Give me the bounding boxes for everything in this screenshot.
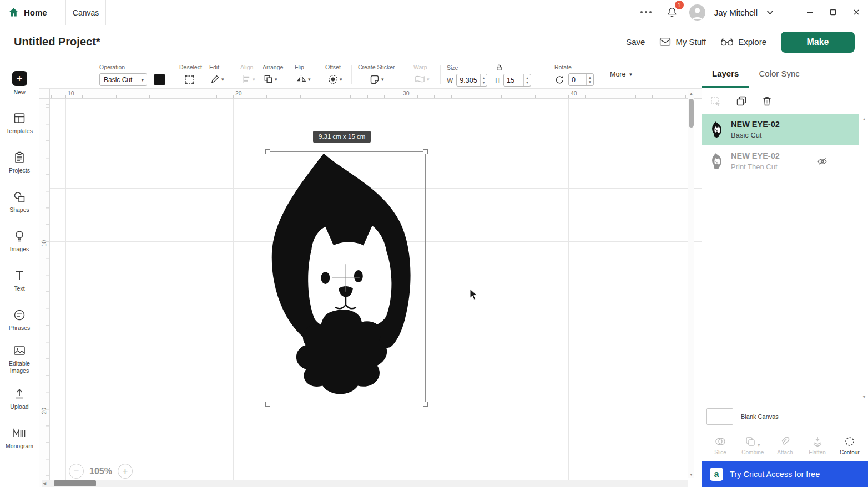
sidebar-item-shapes[interactable]: Shapes [0, 182, 39, 221]
flip-icon [295, 74, 307, 84]
rotate-stepper[interactable]: ▲▼ [586, 74, 593, 85]
horizontal-scroll-thumb[interactable] [54, 480, 96, 486]
offset-button[interactable]: ▾ [325, 73, 343, 85]
user-name[interactable]: Jay Mitchell [714, 8, 758, 17]
select-all-button[interactable] [710, 95, 721, 107]
duplicate-icon [736, 95, 747, 106]
canvas-grid[interactable]: 9.31 cm x 15 cm − 105% + [50, 99, 702, 487]
layer-item-basic-cut[interactable]: NEW EYE-02 Basic Cut [702, 114, 859, 145]
warp-button[interactable]: ▾ [413, 73, 430, 85]
blank-canvas-row[interactable]: Blank Canvas [702, 404, 868, 429]
flip-button[interactable]: ▾ [295, 73, 311, 85]
width-input[interactable]: 9.305 ▲▼ [456, 74, 487, 87]
align-button[interactable]: ▾ [240, 73, 256, 85]
size-group: Size W 9.305 ▲▼ H 15 ▲▼ [447, 64, 531, 87]
operation-select[interactable]: Basic Cut ▾ [99, 73, 147, 86]
window-maximize-button[interactable] [826, 6, 840, 18]
scroll-down-icon[interactable]: ▼ [861, 395, 867, 399]
rotate-icon[interactable] [554, 74, 565, 85]
tab-layers[interactable]: Layers [702, 59, 749, 88]
combine-button[interactable]: ▼ Combine [738, 436, 768, 455]
my-stuff-icon [659, 37, 671, 47]
sidebar-item-monogram[interactable]: Monogram [0, 418, 39, 458]
height-input[interactable]: 15 ▲▼ [503, 74, 531, 87]
layer-thumbnail [711, 153, 723, 170]
canvas-vertical-scrollbar[interactable]: ▲ ▼ [688, 90, 694, 478]
layers-panel: Layers Color Sync NEW EYE-02 Basic Cut [702, 59, 868, 487]
templates-icon [13, 111, 26, 125]
scroll-up-icon[interactable]: ▲ [689, 90, 693, 97]
canvas-tab-label: Canvas [73, 8, 99, 17]
avatar[interactable] [689, 4, 705, 21]
save-label: Save [626, 37, 645, 47]
flatten-button[interactable]: Flatten [803, 436, 832, 455]
sidebar-item-new[interactable]: + New [0, 64, 39, 103]
arrange-button[interactable]: ▾ [263, 73, 283, 85]
blank-canvas-swatch[interactable] [706, 408, 733, 425]
ellipsis-icon [640, 11, 643, 13]
explore-button[interactable]: Explore [720, 37, 766, 47]
selection-handle-top-right[interactable] [423, 149, 428, 154]
width-stepper[interactable]: ▲▼ [480, 74, 487, 86]
my-stuff-button[interactable]: My Stuff [659, 37, 706, 47]
duplicate-button[interactable] [736, 95, 747, 106]
arrange-group: Arrange ▾ [263, 64, 283, 85]
sidebar-item-editable-images[interactable]: Editable Images [0, 339, 39, 379]
more-options-button[interactable] [637, 8, 655, 17]
panel-scrollbar[interactable]: ▲ ▼ [861, 117, 867, 399]
toggle-visibility-button[interactable] [817, 157, 827, 166]
contour-button[interactable]: Contour [835, 436, 865, 455]
sidebar-item-upload[interactable]: Upload [0, 379, 39, 418]
lock-icon[interactable] [496, 64, 503, 71]
save-button[interactable]: Save [626, 37, 645, 47]
canvas-region: 10 20 30 40 10 20 9.31 cm x 15 cm [39, 89, 702, 487]
flatten-icon [812, 436, 823, 447]
offset-group: Offset ▾ [325, 64, 343, 85]
height-stepper[interactable]: ▲▼ [523, 74, 531, 86]
tab-canvas[interactable]: Canvas [65, 0, 106, 25]
edit-button[interactable]: ▾ [209, 73, 225, 85]
chevron-down-icon: ▾ [308, 77, 311, 82]
layer-item-print-then-cut[interactable]: NEW EYE-02 Print Then Cut [702, 145, 859, 177]
canvas-horizontal-scrollbar[interactable]: ◀ [42, 480, 688, 487]
combine-icon [745, 436, 756, 447]
scroll-left-icon[interactable]: ◀ [43, 481, 46, 486]
selected-object[interactable] [268, 151, 426, 404]
make-button[interactable]: Make [781, 32, 855, 53]
color-swatch[interactable] [154, 74, 165, 85]
delete-button[interactable] [761, 95, 773, 106]
selection-handle-bottom-right[interactable] [423, 402, 428, 407]
sidebar-item-text[interactable]: Text [0, 261, 39, 300]
cricut-access-banner[interactable]: a Try Cricut Access for free [702, 461, 868, 487]
chevron-down-icon[interactable] [766, 10, 774, 15]
window-minimize-button[interactable] [803, 6, 817, 18]
zoom-in-button[interactable]: + [118, 464, 133, 479]
projects-icon [13, 151, 26, 164]
slice-button[interactable]: Slice [705, 436, 735, 455]
more-button[interactable]: More ▼ [610, 70, 633, 78]
sidebar-item-templates[interactable]: Templates [0, 103, 39, 143]
rotate-input[interactable]: 0 ▲▼ [568, 73, 594, 86]
selection-handle-bottom-left[interactable] [265, 402, 270, 407]
home-button[interactable]: Home [8, 0, 47, 24]
scroll-up-icon[interactable]: ▲ [861, 117, 867, 121]
cat-artwork[interactable] [268, 152, 425, 404]
panel-empty-area [702, 177, 868, 404]
create-sticker-button[interactable]: ▾ [358, 73, 395, 85]
tab-color-sync[interactable]: Color Sync [749, 59, 809, 88]
banner-text: Try Cricut Access for free [730, 470, 820, 479]
attach-button[interactable]: Attach [770, 436, 800, 455]
zoom-out-button[interactable]: − [69, 464, 84, 479]
layer-actions-bar: Slice ▼ Combine Attach Flatten Contour [702, 429, 868, 461]
scroll-down-icon[interactable]: ▼ [689, 471, 693, 478]
sidebar-item-images[interactable]: Images [0, 221, 39, 261]
selection-handle-top-left[interactable] [265, 149, 270, 154]
sidebar-item-projects[interactable]: Projects [0, 143, 39, 182]
edit-group: Edit ▾ [209, 64, 225, 85]
window-close-button[interactable] [849, 6, 864, 18]
deselect-button[interactable] [179, 73, 202, 86]
notifications-button[interactable]: 1 [664, 5, 680, 19]
vertical-scroll-thumb[interactable] [689, 99, 694, 128]
sidebar-item-phrases[interactable]: Phrases [0, 300, 39, 339]
offset-icon [327, 74, 339, 85]
